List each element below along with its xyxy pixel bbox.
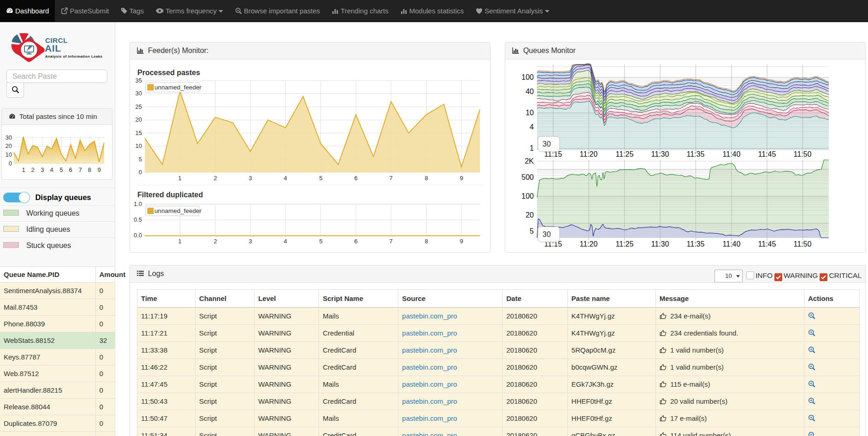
svg-text:2: 2 xyxy=(213,238,217,245)
svg-text:0: 0 xyxy=(139,169,142,176)
svg-text:9: 9 xyxy=(460,175,463,182)
svg-text:7: 7 xyxy=(389,175,392,182)
svg-text:0: 0 xyxy=(9,160,12,167)
svg-text:3: 3 xyxy=(248,175,252,182)
svg-text:AIL: AIL xyxy=(45,43,61,53)
svg-text:20: 20 xyxy=(136,116,142,123)
svg-text:0.0: 0.0 xyxy=(134,232,142,239)
svg-text:1: 1 xyxy=(530,144,534,152)
svg-text:11:35: 11:35 xyxy=(687,150,705,158)
svg-text:6: 6 xyxy=(354,175,357,182)
svg-text:40: 40 xyxy=(526,88,534,95)
svg-text:11:25: 11:25 xyxy=(616,240,634,248)
svg-text:2K: 2K xyxy=(525,157,534,165)
svg-text:15: 15 xyxy=(136,130,142,136)
svg-text:8: 8 xyxy=(88,166,91,173)
svg-text:30: 30 xyxy=(543,230,551,238)
svg-text:10: 10 xyxy=(136,142,142,149)
svg-text:11:50: 11:50 xyxy=(794,240,812,248)
svg-text:unnamed_feeder: unnamed_feeder xyxy=(154,84,202,91)
svg-text:1: 1 xyxy=(178,238,181,245)
svg-text:20: 20 xyxy=(526,211,534,219)
svg-text:9: 9 xyxy=(460,238,463,245)
svg-text:11:20: 11:20 xyxy=(580,150,598,158)
svg-text:5: 5 xyxy=(59,166,63,173)
svg-text:5: 5 xyxy=(139,156,142,163)
svg-text:100: 100 xyxy=(521,73,534,81)
svg-text:10: 10 xyxy=(6,151,12,158)
svg-text:11:15: 11:15 xyxy=(544,150,562,158)
svg-text:20: 20 xyxy=(6,142,12,149)
svg-text:30: 30 xyxy=(6,134,12,141)
svg-text:10: 10 xyxy=(526,109,534,117)
svg-text:30: 30 xyxy=(136,90,142,97)
svg-text:11:30: 11:30 xyxy=(651,240,669,248)
svg-text:5: 5 xyxy=(319,238,322,245)
svg-text:2: 2 xyxy=(31,166,34,173)
svg-text:30: 30 xyxy=(543,140,551,148)
svg-text:0.5: 0.5 xyxy=(134,216,142,223)
svg-text:3: 3 xyxy=(41,166,44,173)
svg-text:25: 25 xyxy=(136,103,142,110)
svg-text:4: 4 xyxy=(50,166,53,173)
svg-text:11:50: 11:50 xyxy=(794,150,812,158)
svg-text:6: 6 xyxy=(69,166,72,173)
svg-text:11:40: 11:40 xyxy=(723,240,741,248)
svg-text:4: 4 xyxy=(530,123,534,131)
svg-text:11:30: 11:30 xyxy=(651,150,669,158)
svg-text:11:45: 11:45 xyxy=(758,150,776,158)
svg-text:4: 4 xyxy=(283,175,287,182)
svg-text:11:20: 11:20 xyxy=(580,240,598,248)
svg-text:100: 100 xyxy=(521,192,534,200)
svg-text:8: 8 xyxy=(425,175,428,182)
svg-text:unnamed_feeder: unnamed_feeder xyxy=(154,207,202,214)
svg-text:7: 7 xyxy=(389,238,392,245)
svg-text:5: 5 xyxy=(319,175,322,182)
svg-text:1.0: 1.0 xyxy=(134,200,142,207)
svg-text:11:45: 11:45 xyxy=(758,240,776,248)
svg-text:500: 500 xyxy=(521,173,534,181)
svg-text:6: 6 xyxy=(354,238,357,245)
svg-text:9: 9 xyxy=(97,166,100,173)
svg-text:11:40: 11:40 xyxy=(723,150,741,158)
svg-text:2: 2 xyxy=(213,175,217,182)
svg-text:35: 35 xyxy=(136,77,142,84)
svg-text:8: 8 xyxy=(425,238,428,245)
svg-text:3: 3 xyxy=(248,238,252,245)
svg-text:1: 1 xyxy=(178,175,181,182)
svg-text:7: 7 xyxy=(78,166,82,173)
svg-text:11:25: 11:25 xyxy=(616,150,634,158)
svg-text:4: 4 xyxy=(283,238,287,245)
svg-text:11:15: 11:15 xyxy=(544,240,562,248)
svg-text:11:35: 11:35 xyxy=(687,240,705,248)
svg-text:5: 5 xyxy=(530,227,534,235)
svg-text:1: 1 xyxy=(22,166,25,173)
svg-text:Analysis of Information Leaks: Analysis of Information Leaks xyxy=(45,54,103,59)
